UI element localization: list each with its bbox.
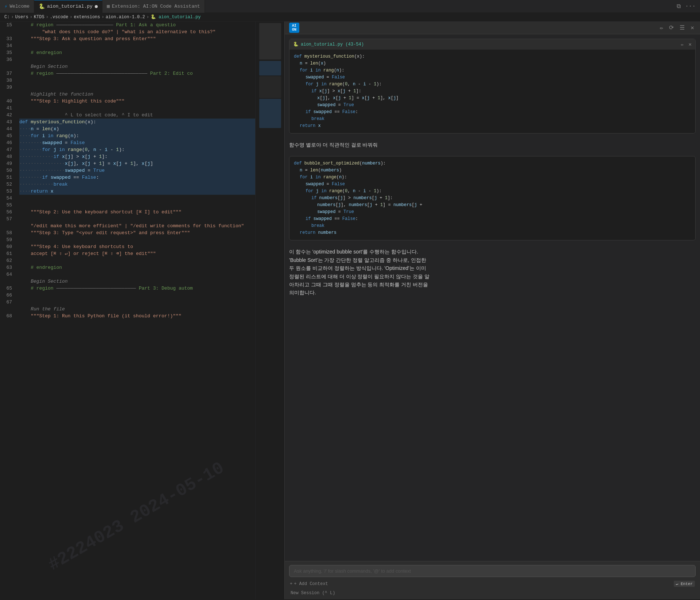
code-line-42: ^ L to select code, ^ I to edit	[19, 112, 255, 119]
tab-aion-tutorial-label: aion_tutorial.py	[47, 4, 93, 9]
ai-description-2: 이 함수는 'optimized bubble sort'를 수행하는 함수입니…	[289, 246, 696, 298]
code-line-45: ····for i in rang(n):	[19, 132, 255, 139]
code-line-46: ········swapped = False	[19, 139, 255, 146]
code-line-57	[19, 216, 255, 222]
tab-actions: ⧉ ···	[672, 1, 700, 11]
tab-welcome[interactable]: ⚡ Welcome	[0, 0, 34, 13]
enter-badge: ↵ Enter	[674, 581, 695, 587]
code-line-section1: Begin Section	[19, 63, 255, 70]
code-line-67	[19, 299, 255, 306]
breadcrumb-aion[interactable]: aion.aion-1.0.2	[106, 15, 145, 20]
code-line-59	[19, 236, 255, 243]
ai-description-1: 함수명 별로야 더 직관적인 걸로 바꿔줘	[289, 139, 696, 150]
code-line-hint1: "what does this code do?" | "what is an …	[19, 28, 255, 35]
tab-welcome-label: Welcome	[9, 4, 30, 9]
enter-label: ↵ Enter	[676, 582, 693, 586]
code-line-35: # endregion	[19, 49, 255, 56]
breadcrumb-ktds[interactable]: KTDS	[34, 15, 44, 20]
code-line-36	[19, 56, 255, 63]
breadcrumb-c[interactable]: C:	[4, 15, 9, 20]
code-line-54	[19, 195, 255, 202]
code-line-51: ········if swapped == False:	[19, 174, 255, 181]
tab-aion-tutorial[interactable]: 🐍 aion_tutorial.py	[34, 0, 102, 13]
code-card-1-body: def mysterious_function(x): n = len(x) f…	[289, 50, 695, 133]
code-line-48: ············if x[j] > x[j + 1]:	[19, 153, 255, 160]
code-line-56: """Step 2: Use the keyboard shortcut [⌘ …	[19, 209, 255, 216]
code-line-hl-label: Highlight the function	[19, 91, 255, 98]
code-line-38	[19, 77, 255, 84]
extension-icon: ▦	[107, 3, 110, 9]
code-line-hint2: "/edit make this more efficient" | "/edi…	[19, 222, 255, 229]
code-line-37: # region ———————————————————————————————…	[19, 70, 255, 77]
code-card-2-body: def bubble_sort_optimized(numbers): n = …	[289, 156, 695, 240]
code-line-58: """Step 3: Type "<your edit request>" an…	[19, 229, 255, 236]
editor-area[interactable]: 15 33 34 35 36 37 38 39 40 41 42 43 44 4…	[0, 22, 255, 599]
ai-input-area: Ask anything, '/' for slash commands, '@…	[285, 561, 700, 599]
code-line-44: ····n = len(x)	[19, 125, 255, 132]
code-card-1: 🐍 aion_tutorial.py (43-54) ✏ ✕ def myste…	[289, 39, 696, 133]
ai-logo-text: AION	[292, 24, 296, 32]
breadcrumb: C: › Users › KTDS › .vscode › extensions…	[0, 13, 700, 22]
breadcrumb-extensions[interactable]: extensions	[74, 15, 100, 20]
code-line-section2: Begin Section	[19, 278, 255, 285]
code-line-65: # region ———————————————————————————— Pa…	[19, 285, 255, 292]
code-line-61: accept [⌘ ⇧ ↵] or reject [⌘ ⇧ ⌫] the edi…	[19, 250, 255, 257]
code-card-1-header: 🐍 aion_tutorial.py (43-54) ✏ ✕	[289, 39, 695, 50]
code-line-62	[19, 257, 255, 264]
tab-bar: ⚡ Welcome 🐍 aion_tutorial.py ▦ Extension…	[0, 0, 700, 13]
plus-icon: +	[290, 581, 292, 587]
code-line-run-label: Run the file	[19, 306, 255, 313]
ai-header-actions: ✏ ⟳ ☰ ✕	[658, 23, 696, 32]
code-line-60: """Step 4: Use keyboard shortcuts to	[19, 243, 255, 250]
history-button[interactable]: ⟳	[668, 23, 675, 32]
code-card-1-title-text: aion_tutorial.py (43-54)	[301, 42, 364, 47]
code-container: 15 33 34 35 36 37 38 39 40 41 42 43 44 4…	[0, 22, 255, 599]
code-line-55	[19, 202, 255, 209]
code-card-1-edit-button[interactable]: ✏	[681, 42, 684, 47]
new-chat-button[interactable]: ✏	[658, 23, 665, 32]
code-line-39	[19, 84, 255, 91]
ai-content[interactable]: 🐍 aion_tutorial.py (43-54) ✏ ✕ def myste…	[285, 34, 700, 561]
code-line-66	[19, 292, 255, 299]
ai-panel: AION ✏ ⟳ ☰ ✕ 🐍 aion_tutorial.py (43-54)	[284, 22, 700, 599]
code-line-34	[19, 42, 255, 49]
line-numbers: 15 33 34 35 36 37 38 39 40 41 42 43 44 4…	[0, 22, 16, 599]
tab-extension[interactable]: ▦ Extension: AI:ON Code Assistant	[102, 0, 205, 13]
main-layout: 15 33 34 35 36 37 38 39 40 41 42 43 44 4…	[0, 22, 700, 599]
code-card-2: def bubble_sort_optimized(numbers): n = …	[289, 156, 696, 240]
code-card-1-actions: ✏ ✕	[681, 41, 692, 47]
code-line-33: """Step 3: Ask a question and press Ente…	[19, 35, 255, 42]
ai-input-box[interactable]: Ask anything, '/' for slash commands, '@…	[289, 565, 696, 577]
code-card-1-title: 🐍 aion_tutorial.py (43-54)	[293, 42, 364, 47]
code-lines: # region ———————————————————— Part 1: As…	[16, 22, 255, 599]
code-line-41	[19, 105, 255, 112]
code-line-50: ················swapped = True	[19, 167, 255, 174]
tab-extension-label: Extension: AI:ON Code Assistant	[112, 4, 200, 9]
modified-indicator	[95, 5, 98, 8]
breadcrumb-file[interactable]: 🐍 aion_tutorial.py	[151, 14, 201, 20]
code-card-1-close-button[interactable]: ✕	[689, 42, 692, 47]
ai-input-footer: + + Add Context ↵ Enter	[289, 579, 696, 588]
code-line-47: ········for j in range(0, n - i - 1):	[19, 146, 255, 153]
python-file-icon: 🐍	[293, 42, 299, 47]
settings-button[interactable]: ☰	[678, 23, 686, 32]
welcome-icon: ⚡	[4, 3, 7, 9]
code-line-52: ············break	[19, 181, 255, 188]
add-context-button[interactable]: + + Add Context	[290, 581, 328, 587]
new-session-label: New Session (^ L)	[291, 591, 335, 596]
breadcrumb-vscode[interactable]: .vscode	[50, 15, 68, 20]
close-panel-button[interactable]: ✕	[689, 23, 696, 32]
code-line-63: # endregion	[19, 264, 255, 271]
code-line-49: ················x[j], x[j + 1] = x[j + 1…	[19, 160, 255, 167]
split-editor-button[interactable]: ⧉	[675, 1, 682, 11]
add-context-label: + Add Context	[294, 581, 328, 587]
code-line-40: """Step 1: Highlight this code"""	[19, 98, 255, 105]
minimap	[255, 22, 284, 599]
new-session[interactable]: New Session (^ L)	[289, 588, 696, 596]
ai-logo: AION	[289, 23, 299, 33]
python-icon: 🐍	[39, 3, 45, 9]
breadcrumb-users[interactable]: Users	[15, 15, 28, 20]
code-line-15: # region ———————————————————— Part 1: As…	[19, 22, 255, 28]
ai-input-placeholder: Ask anything, '/' for slash commands, '@…	[294, 568, 411, 574]
more-actions-button[interactable]: ···	[684, 1, 697, 11]
